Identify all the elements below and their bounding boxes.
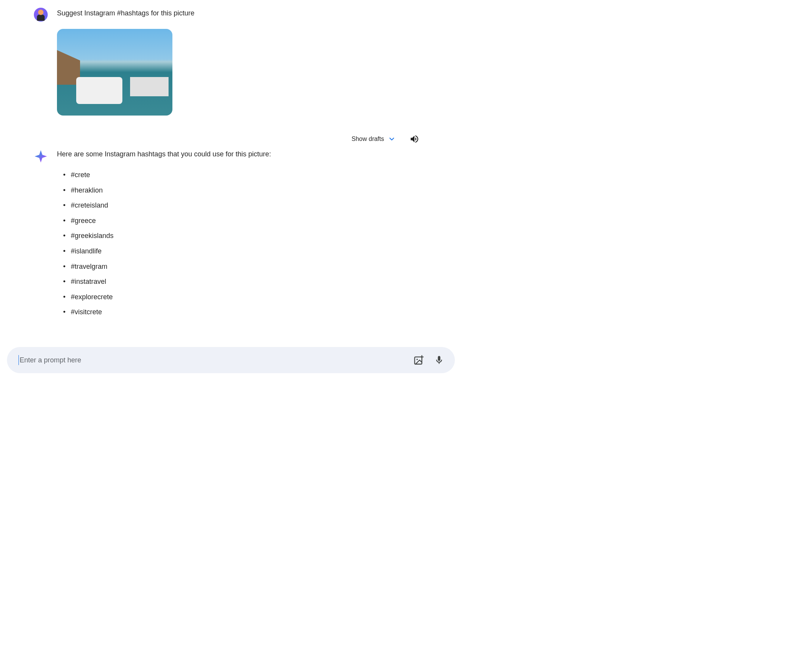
list-item: #islandlife (62, 244, 454, 259)
input-icons (413, 355, 444, 365)
user-message-row: Suggest Instagram #hashtags for this pic… (8, 8, 454, 126)
ai-response-content: Here are some Instagram hashtags that yo… (57, 149, 454, 320)
prompt-input[interactable] (20, 356, 413, 364)
list-item: #creteisland (62, 198, 454, 213)
user-message-text: Suggest Instagram #hashtags for this pic… (57, 9, 454, 17)
text-cursor (18, 355, 19, 365)
upload-image-icon[interactable] (413, 355, 424, 365)
ai-avatar (34, 149, 48, 163)
attached-image[interactable] (57, 29, 172, 116)
svg-rect-0 (415, 357, 422, 364)
user-avatar[interactable] (34, 8, 48, 22)
chevron-down-icon (388, 135, 396, 143)
response-actions: Show drafts (8, 134, 454, 144)
list-item: #visitcrete (62, 305, 454, 320)
ai-response-intro: Here are some Instagram hashtags that yo… (57, 150, 454, 158)
ai-message-row: Here are some Instagram hashtags that yo… (8, 149, 454, 320)
hashtag-list: #crete #heraklion #creteisland #greece #… (57, 168, 454, 320)
list-item: #crete (62, 168, 454, 183)
list-item: #greece (62, 213, 454, 229)
user-message-content: Suggest Instagram #hashtags for this pic… (57, 8, 454, 126)
list-item: #heraklion (62, 183, 454, 198)
svg-point-1 (416, 359, 418, 360)
chat-container: Suggest Instagram #hashtags for this pic… (0, 0, 462, 341)
list-item: #explorecrete (62, 290, 454, 305)
list-item: #greekislands (62, 228, 454, 244)
list-item: #instatravel (62, 274, 454, 290)
prompt-input-bar (7, 347, 455, 373)
show-drafts-button[interactable]: Show drafts (352, 135, 396, 143)
list-item: #travelgram (62, 259, 454, 275)
show-drafts-label: Show drafts (352, 136, 384, 142)
microphone-icon[interactable] (434, 355, 444, 365)
speaker-icon[interactable] (409, 134, 419, 144)
